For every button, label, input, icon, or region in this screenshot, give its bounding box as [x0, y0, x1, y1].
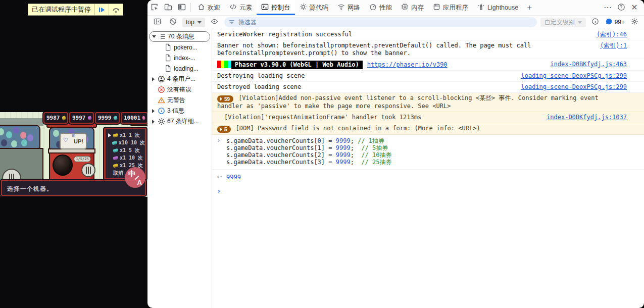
phaser-link[interactable]: https://phaser.io/v390 [367, 61, 448, 68]
inspect-icon [151, 3, 159, 13]
prompt-chevron-icon: › [217, 187, 221, 195]
game-scene: ♡ ♕ UP! 1/5/25 9987 9997 [0, 112, 147, 197]
caret-right-icon [152, 77, 155, 81]
menu-item-draw-1[interactable]: x1 1 次 [108, 131, 145, 139]
log-level-selector[interactable]: 自定义级别 [540, 18, 586, 27]
console-message: Destroying loading scene loading-scene-D… [212, 71, 644, 82]
violation-count-badge[interactable]: 5 [217, 126, 231, 133]
sidebar-item-all-messages[interactable]: 70 条消息 [149, 31, 210, 42]
menu-item-draw-10[interactable]: x10 10 次 [108, 139, 145, 146]
home-icon [197, 3, 205, 12]
return-value-icon: ‹· [216, 173, 222, 180]
device-toolbar-button[interactable] [161, 0, 175, 15]
source-link[interactable]: (索引):46 [597, 31, 627, 38]
help-button[interactable] [614, 3, 628, 13]
menu-item-label: x10 10 次 [119, 139, 145, 146]
tab-label: 元素 [239, 4, 252, 12]
voucher-counters: 9987 9997 9999 10001 [43, 112, 147, 124]
storage-box-icon [433, 3, 440, 12]
violation-count-badge[interactable]: 59 [217, 95, 233, 102]
sidebar-item-file-loading[interactable]: loading... [147, 63, 212, 74]
ticket-cyan-icon [112, 140, 117, 144]
wifi-icon [337, 3, 345, 12]
sidebar-item-label: 没有错误 [167, 85, 191, 94]
tab-lighthouse[interactable]: Lighthouse [473, 0, 523, 15]
issues-counter-button[interactable]: 99+ [605, 18, 625, 27]
result-value: 9999 [226, 174, 241, 181]
resume-script-button[interactable] [95, 4, 109, 15]
screen: 已在调试程序中暂停 ♡ ♕ UP! [0, 0, 644, 308]
console-sidebar-toggle-button[interactable] [151, 17, 163, 28]
sidebar-item-user-messages[interactable]: 4 条用户... [147, 74, 212, 84]
sidebar-item-info[interactable]: 3 信息 [147, 106, 212, 116]
close-devtools-button[interactable]: ✕ [628, 4, 641, 12]
console-settings-button[interactable] [628, 17, 640, 28]
tab-welcome[interactable]: 欢迎 [193, 0, 225, 15]
translate-zh-glyph: 中 [128, 169, 136, 179]
sidebar-item-verbose[interactable]: 67 条详细... [147, 116, 212, 127]
candy-cyan-icon [113, 116, 117, 120]
sources-icon [300, 3, 307, 12]
more-tabs-button[interactable]: ＋ [523, 0, 536, 15]
tab-sources[interactable]: 源代码 [295, 0, 333, 15]
sidebar-item-file-index[interactable]: index-... [147, 53, 212, 63]
live-expression-button[interactable] [209, 17, 221, 28]
message-text: ServiceWorker registration successful [217, 31, 597, 38]
source-link[interactable]: index-D0BKfydj.js:463 [550, 61, 627, 68]
source-link[interactable]: index-D0BKfydj.js:1037 [547, 114, 627, 121]
console-violation-message: 5[DOM] Password field is not contained i… [212, 123, 644, 135]
speedometer-icon [369, 3, 377, 12]
tab-elements[interactable]: 元素 [225, 0, 257, 15]
tab-performance[interactable]: 性能 [365, 0, 397, 15]
machine-up-sign: ♡ ♕ UP! [60, 133, 87, 149]
phaser-version-badge: Phaser v3.90.0 (WebGL | Web Audio) [231, 61, 363, 69]
step-over-button[interactable] [109, 4, 123, 15]
console-violation-message: [Violation]'requestAnimationFrame' handl… [212, 112, 644, 123]
sidebar-item-warnings[interactable]: 无警告 [147, 95, 212, 106]
devtools-window-controls: ⋯ ✕ [601, 0, 644, 15]
activity-bar-button[interactable] [175, 0, 188, 15]
candy-cyan-icon [113, 148, 118, 152]
sidebar-item-errors[interactable]: 没有错误 [147, 84, 212, 95]
console-message: Destroyed loading scene loading-scene-De… [212, 82, 644, 93]
console-sidebar: 70 条消息 pokero... index-... loading... [147, 29, 212, 308]
lighthouse-icon [477, 3, 485, 12]
tab-console[interactable]: 控制台 [257, 0, 295, 15]
caret-down-icon [152, 35, 156, 38]
sidebar-item-label: 4 条用户... [167, 75, 195, 83]
sidebar-item-label: 3 信息 [167, 107, 184, 115]
devtools-tabbar: 欢迎 元素 控制台 源代码 网络 性能 [147, 0, 644, 15]
tab-label: Lighthouse [487, 4, 518, 11]
more-options-button[interactable]: ⋯ [601, 4, 614, 12]
menu-item-draw-5[interactable]: x1 5 次 [108, 146, 145, 154]
sidebar-item-file-pokero[interactable]: pokero... [147, 42, 212, 53]
file-icon [164, 54, 172, 62]
message-text: Destroyed loading scene [217, 83, 521, 91]
menu-item-draw-10b[interactable]: x1 10 次 [108, 154, 145, 162]
javascript-context-selector[interactable]: top [182, 18, 205, 27]
inspect-element-button[interactable] [147, 0, 161, 15]
tab-network[interactable]: 网络 [333, 0, 365, 15]
code-brackets-icon [229, 3, 237, 12]
clear-console-button[interactable] [167, 17, 179, 28]
console-prompt[interactable]: › [212, 185, 644, 197]
translate-button[interactable]: 中 A [125, 167, 145, 188]
command-line: s.gameData.voucherCounts[2] = 9999; // 1… [226, 151, 640, 159]
machine-red-knob[interactable] [81, 163, 95, 177]
source-link[interactable]: loading-scene-DeoxPSCg.js:299 [521, 72, 627, 80]
console-info-button[interactable] [589, 17, 602, 28]
step-over-icon [112, 6, 120, 14]
expand-triangle-icon [220, 127, 222, 131]
source-link[interactable]: (索引):1 [600, 42, 627, 49]
dialog-box[interactable]: 选择一个机器。 [1, 180, 146, 196]
machine-left-dome[interactable] [0, 125, 40, 149]
source-link[interactable]: loading-scene-DeoxPSCg.js:299 [521, 83, 627, 91]
log-level-label: 自定义级别 [544, 18, 575, 27]
menu-item-label: x1 10 次 [120, 155, 143, 162]
tab-application[interactable]: 应用程序 [428, 0, 473, 15]
tab-memory[interactable]: 内存 [397, 0, 428, 15]
capsule-eggs [0, 128, 4, 135]
message-text: 5[DOM] Password field is not contained i… [217, 125, 627, 133]
filter-input[interactable] [224, 17, 537, 27]
up-sign-label: UP! [74, 138, 83, 144]
